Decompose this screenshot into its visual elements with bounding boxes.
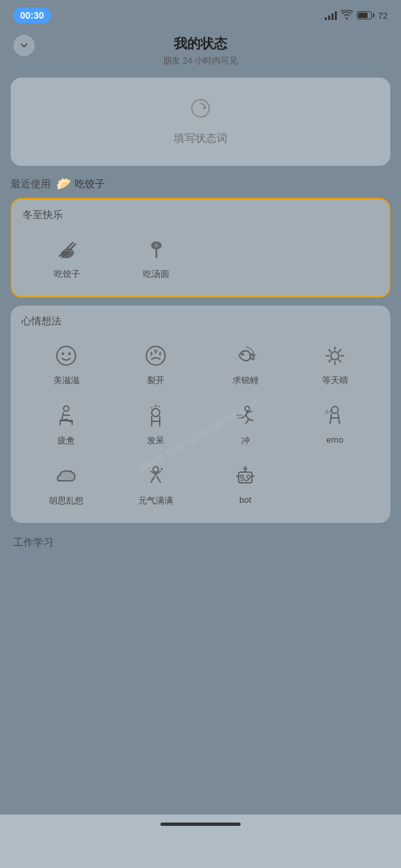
mood-category: 心情想法 美滋滋 (11, 306, 390, 523)
svg-point-5 (61, 352, 64, 355)
status-item-daze[interactable]: 发呆 (111, 397, 200, 451)
svg-point-29 (241, 475, 244, 479)
page-subtitle: 朋友 24 小时内可见 (163, 55, 239, 67)
recent-section: 最近使用 🥟 吃饺子 (0, 177, 401, 198)
svg-point-30 (247, 475, 251, 479)
featured-category-title: 冬至快乐 (23, 209, 378, 221)
sunny-icon (320, 341, 350, 370)
work-section-label: 工作学习 (0, 531, 401, 553)
header: 我的状态 朋友 24 小时内可见 (0, 29, 401, 78)
status-item-tired[interactable]: 疲惫 (21, 397, 111, 451)
battery-level: 72 (378, 11, 388, 21)
emo-icon (320, 401, 350, 431)
mood-category-title: 心情想法 (21, 315, 380, 328)
status-item-sunny[interactable]: 等天晴 (290, 337, 380, 391)
svg-line-17 (329, 360, 331, 362)
smiley-icon (51, 341, 81, 370)
status-item-bot[interactable]: bot (200, 457, 290, 511)
cracked-icon (141, 341, 170, 370)
tired-label: 疲惫 (57, 435, 75, 447)
bot-label: bot (239, 495, 251, 505)
page-title: 我的状态 (174, 35, 227, 53)
rush-icon (231, 401, 260, 431)
cloud-label: 胡思乱想 (49, 495, 84, 507)
svg-point-19 (152, 409, 160, 417)
wifi-icon (341, 10, 353, 21)
bottom-nav (0, 815, 401, 868)
battery-icon (357, 11, 374, 19)
tired-icon (51, 401, 81, 431)
status-placeholder: 填写状态词 (174, 132, 227, 146)
rush-label: 冲 (241, 435, 250, 447)
svg-line-15 (339, 360, 341, 362)
robot-icon (231, 461, 260, 491)
featured-items-grid: 吃饺子 吃汤圆 (23, 231, 378, 284)
meizixi-label: 美滋滋 (53, 374, 80, 387)
mood-items-grid: 美滋滋 裂开 (21, 337, 380, 511)
status-bar: 00:30 72 (0, 0, 401, 29)
liekai-label: 裂开 (147, 374, 164, 387)
svg-point-7 (146, 346, 165, 365)
tangyuan-label: 吃汤圆 (143, 268, 169, 280)
status-item-koifish[interactable]: 求锦鲤 (200, 337, 290, 391)
daze-icon (141, 401, 170, 431)
svg-point-21 (245, 407, 250, 411)
svg-point-25 (153, 467, 158, 472)
dumpling-icon (53, 235, 82, 264)
signal-bars (325, 11, 337, 20)
sunny-label: 等天晴 (322, 374, 348, 387)
recent-label: 最近使用 (11, 178, 51, 191)
recent-emoji: 🥟 (56, 177, 71, 191)
status-input-card[interactable]: 填写状态词 (11, 78, 390, 166)
dumpling-label: 吃饺子 (54, 268, 80, 280)
recent-item[interactable]: 🥟 吃饺子 (56, 177, 105, 191)
status-item-energetic[interactable]: 元气满满 (111, 457, 200, 511)
svg-point-20 (155, 405, 157, 407)
svg-line-16 (339, 350, 341, 352)
status-item-tangyuan[interactable]: 吃汤圆 (112, 231, 200, 284)
status-item-cloud[interactable]: 胡思乱想 (21, 457, 111, 511)
koifish-label: 求锦鲤 (233, 374, 259, 387)
energetic-label: 元气满满 (138, 495, 173, 507)
status-item-emo[interactable]: emo (290, 397, 380, 451)
featured-category: 冬至快乐 吃饺子 (11, 198, 390, 298)
svg-point-9 (331, 352, 339, 360)
back-button[interactable] (13, 35, 35, 56)
status-item-rush[interactable]: 冲 (200, 397, 290, 451)
status-item-liekai[interactable]: 裂开 (111, 337, 200, 391)
status-item-meizixi[interactable]: 美滋滋 (21, 337, 111, 391)
emo-label: emo (326, 435, 343, 445)
svg-point-18 (63, 406, 69, 411)
tangyuan-icon (142, 235, 171, 264)
svg-point-3 (154, 243, 158, 247)
status-time: 00:30 (13, 7, 51, 23)
svg-line-14 (329, 350, 331, 352)
svg-point-24 (331, 407, 338, 413)
koi-icon (231, 341, 260, 370)
home-indicator (160, 823, 241, 826)
recent-text: 吃饺子 (75, 178, 105, 191)
status-item-dumpling[interactable]: 吃饺子 (23, 231, 112, 284)
daze-label: 发呆 (147, 435, 164, 447)
cloud-icon (51, 461, 81, 491)
svg-point-4 (57, 346, 76, 365)
svg-point-8 (241, 353, 244, 356)
refresh-icon (190, 98, 211, 124)
energetic-icon (141, 461, 170, 491)
status-icons: 72 (325, 10, 388, 21)
svg-point-6 (68, 352, 71, 355)
svg-point-0 (192, 100, 209, 117)
